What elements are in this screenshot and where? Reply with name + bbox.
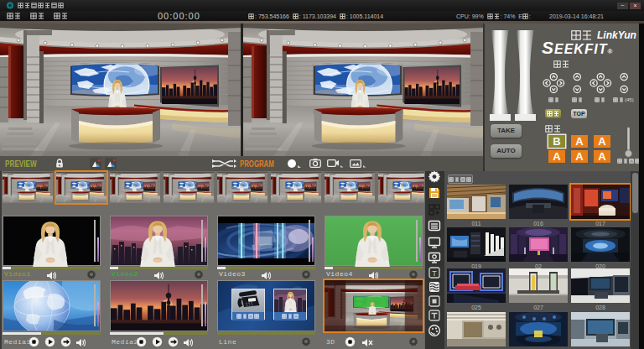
svg-text:A: A	[598, 150, 606, 163]
svg-text:A: A	[575, 150, 584, 163]
svg-text:A: A	[553, 150, 561, 163]
svg-text:B: B	[553, 135, 560, 148]
svg-text:T: T	[432, 269, 437, 278]
svg-text:A: A	[598, 135, 606, 148]
svg-text:A: A	[575, 135, 584, 148]
